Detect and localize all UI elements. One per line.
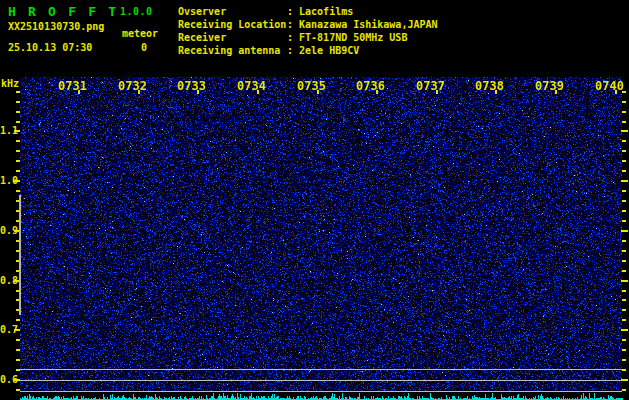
y-axis-minor-tick-right (622, 359, 626, 361)
y-axis-major-tick-right (621, 280, 628, 282)
y-axis-minor-tick (16, 160, 20, 162)
y-axis-minor-tick (16, 121, 20, 123)
y-axis-major-tick-right (621, 180, 628, 182)
y-axis-minor-tick-right (622, 369, 626, 371)
y-axis-minor-tick-right (622, 389, 626, 391)
y-axis-minor-tick-right (622, 220, 626, 222)
y-axis-minor-tick (16, 349, 20, 351)
x-axis-label: 0740 (595, 79, 624, 93)
info-label: Ovserver (178, 5, 287, 18)
info-row-antenna: Receiving antenna:2ele HB9CV (178, 44, 438, 57)
y-axis-minor-tick (16, 170, 20, 172)
output-filename: XX2510130730.png (8, 21, 104, 32)
y-axis-minor-tick-right (622, 319, 626, 321)
y-axis-minor-tick (16, 91, 20, 93)
y-axis-minor-tick-right (622, 240, 626, 242)
x-axis-tick (197, 90, 199, 94)
info-value: FT-817ND 50MHz USB (293, 32, 407, 43)
y-axis-minor-tick-right (622, 349, 626, 351)
y-axis-major-tick-right (621, 329, 628, 331)
y-axis-major-tick-right (621, 379, 628, 381)
y-axis-major-tick (14, 329, 20, 331)
x-axis-label: 0737 (416, 79, 445, 93)
y-axis-minor-tick-right (622, 140, 626, 142)
info-row-observer: Ovserver:Lacofilms (178, 5, 438, 18)
x-axis-label: 0736 (356, 79, 385, 93)
y-axis-minor-tick-right (622, 339, 626, 341)
x-axis-label: 0739 (535, 79, 564, 93)
frequency-marker-line (19, 195, 21, 315)
station-info-block: Ovserver:Lacofilms Receiving Location:Ka… (178, 5, 438, 57)
x-axis-tick (555, 90, 557, 94)
y-axis-minor-tick (16, 111, 20, 113)
y-axis-minor-tick-right (622, 101, 626, 103)
reference-line (20, 380, 622, 381)
y-axis-minor-tick (16, 319, 20, 321)
x-axis-tick (376, 90, 378, 94)
x-axis-label: 0731 (58, 79, 87, 93)
y-axis-minor-tick (16, 101, 20, 103)
y-axis-minor-tick-right (622, 260, 626, 262)
y-axis-minor-tick (16, 190, 20, 192)
reference-line (20, 391, 622, 392)
info-label: Receiving Location (178, 18, 287, 31)
y-axis-minor-tick-right (622, 250, 626, 252)
y-axis-minor-tick (16, 359, 20, 361)
info-row-receiver: Receiver:FT-817ND 50MHz USB (178, 31, 438, 44)
x-axis-tick (436, 90, 438, 94)
y-axis-minor-tick (16, 140, 20, 142)
x-axis-tick (615, 90, 617, 94)
y-axis-major-tick-right (621, 230, 628, 232)
info-value: Kanazawa Ishikawa,JAPAN (293, 19, 437, 30)
info-row-location: Receiving Location:Kanazawa Ishikawa,JAP… (178, 18, 438, 31)
y-axis-minor-tick-right (622, 270, 626, 272)
observation-datetime: 25.10.13 07:30 (8, 42, 92, 53)
y-axis-major-tick-right (621, 130, 628, 132)
y-axis-minor-tick-right (622, 190, 626, 192)
y-axis-major-tick (14, 180, 20, 182)
x-axis-label: 0732 (118, 79, 147, 93)
info-value: Lacofilms (293, 6, 353, 17)
info-label: Receiver (178, 31, 287, 44)
app-title: H R O F F T (8, 4, 118, 19)
x-axis-tick (138, 90, 140, 94)
x-axis-label: 0734 (237, 79, 266, 93)
y-axis-minor-tick-right (622, 309, 626, 311)
x-axis-label: 0733 (177, 79, 206, 93)
y-axis-minor-tick-right (622, 200, 626, 202)
y-axis-minor-tick (16, 150, 20, 152)
y-axis-unit-label: kHz (1, 78, 19, 89)
x-axis-label: 0735 (297, 79, 326, 93)
x-axis-tick (495, 90, 497, 94)
spectrogram-canvas (20, 77, 622, 392)
info-value: 2ele HB9CV (293, 45, 359, 56)
y-axis-minor-tick-right (622, 111, 626, 113)
meteor-count-value: 0 (141, 42, 147, 53)
x-axis-tick (257, 90, 259, 94)
y-axis-minor-tick-right (622, 121, 626, 123)
y-axis-minor-tick (16, 339, 20, 341)
x-axis-tick (78, 90, 80, 94)
mode-label: meteor (122, 28, 158, 39)
app-version: 1.0.0 (120, 6, 153, 17)
y-axis-minor-tick-right (622, 170, 626, 172)
y-axis-minor-tick-right (622, 299, 626, 301)
y-axis-major-tick (14, 130, 20, 132)
y-axis-minor-tick-right (622, 160, 626, 162)
info-label: Receiving antenna (178, 44, 287, 57)
x-axis-tick (317, 90, 319, 94)
y-axis-minor-tick-right (622, 290, 626, 292)
reference-line (20, 369, 622, 370)
y-axis-minor-tick-right (622, 210, 626, 212)
y-axis-minor-tick-right (622, 150, 626, 152)
x-axis-label: 0738 (475, 79, 504, 93)
noise-level-meter (20, 392, 623, 400)
